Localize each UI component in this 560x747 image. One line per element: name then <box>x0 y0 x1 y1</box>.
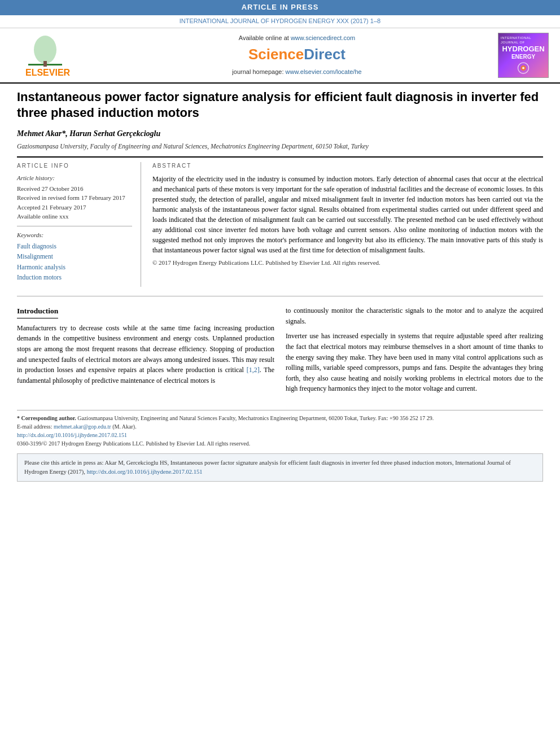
body-right-col: to continuously monitor the characterist… <box>286 305 543 399</box>
abstract-copyright: © 2017 Hydrogen Energy Publications LLC.… <box>152 259 543 268</box>
keywords-list: Fault diagnosis Misalignment Harmonic an… <box>17 241 132 283</box>
available-date: Available online xxx <box>17 212 132 221</box>
journal-cover-area: International Journal of HYDROGEN ENERGY <box>481 33 549 78</box>
received-revised-date: Received in revised form 17 February 201… <box>17 193 132 203</box>
keyword-2: Misalignment <box>17 251 132 261</box>
footnote-doi-link[interactable]: http://dx.doi.org/10.1016/j.ijhydene.201… <box>17 432 127 438</box>
body-columns: Introduction Manufacturers try to decrea… <box>17 305 543 399</box>
citation-box: Please cite this article in press as: Ak… <box>17 453 543 482</box>
elsevier-logo-icon: ELSEVIER <box>23 33 102 78</box>
abstract-divider <box>17 296 543 296</box>
introduction-heading: Introduction <box>17 305 58 318</box>
info-abstract-row: ARTICLE INFO Article history: Received 2… <box>17 162 543 287</box>
sciencedirect-url[interactable]: www.sciencedirect.com <box>291 34 355 41</box>
title-divider <box>17 156 543 158</box>
history-subhead: Article history: <box>17 174 132 183</box>
sciencedirect-logo: ScienceDirect <box>119 44 475 65</box>
citation-1: [1,2] <box>247 366 260 374</box>
journal-cover: International Journal of HYDROGEN ENERGY <box>498 33 549 78</box>
citation-doi-link[interactable]: http://dx.doi.org/10.1016/j.ijhydene.201… <box>87 469 203 475</box>
article-info-label: ARTICLE INFO <box>17 162 132 171</box>
footnote-corresponding: * Corresponding author. Gaziosmanpasa Un… <box>17 414 543 422</box>
intro-left-text: Manufacturers try to decrease costs whil… <box>17 323 274 386</box>
info-divider <box>17 226 132 226</box>
footnote-email-link[interactable]: mehmet.akar@gop.edu.tr <box>54 423 111 430</box>
journal-cover-graphic <box>512 62 535 75</box>
journal-line: INTERNATIONAL JOURNAL OF HYDROGEN ENERGY… <box>0 15 560 28</box>
keywords-group: Keywords: Fault diagnosis Misalignment H… <box>17 231 132 283</box>
authors: Mehmet Akar*, Harun Serhat Gerçekcioglu <box>17 128 543 139</box>
journal-homepage-text: journal homepage: www.elsevier.com/locat… <box>119 68 475 77</box>
affiliation: Gaziosmanpasa University, Faculty of Eng… <box>17 142 543 151</box>
article-title: Instantaneous power factor signature ana… <box>17 89 543 121</box>
page-header: ELSEVIER Available online at www.science… <box>0 28 560 84</box>
abstract-text: Majority of the electricity used in the … <box>152 174 543 255</box>
body-left-col: Introduction Manufacturers try to decrea… <box>17 305 274 399</box>
keyword-4: Induction motors <box>17 272 132 282</box>
intro-right-text: to continuously monitor the characterist… <box>286 305 543 394</box>
accepted-date: Accepted 21 February 2017 <box>17 203 132 212</box>
footnote-section: * Corresponding author. Gaziosmanpasa Un… <box>17 410 543 448</box>
keyword-1: Fault diagnosis <box>17 241 132 251</box>
footnote-doi: http://dx.doi.org/10.1016/j.ijhydene.201… <box>17 431 543 439</box>
svg-point-1 <box>34 36 56 64</box>
received-date: Received 27 October 2016 <box>17 184 132 194</box>
article-info-column: ARTICLE INFO Article history: Received 2… <box>17 162 141 287</box>
article-in-press-banner: ARTICLE IN PRESS <box>0 0 560 15</box>
svg-text:ELSEVIER: ELSEVIER <box>25 68 71 77</box>
svg-rect-2 <box>43 61 47 67</box>
main-content: Instantaneous power factor signature ana… <box>0 84 560 487</box>
abstract-label: ABSTRACT <box>152 162 543 171</box>
footnote-email: E-mail address: mehmet.akar@gop.edu.tr (… <box>17 422 543 431</box>
header-center: Available online at www.sciencedirect.co… <box>113 34 481 77</box>
svg-point-6 <box>522 67 524 69</box>
footnote-issn: 0360-3199/© 2017 Hydrogen Energy Publica… <box>17 439 543 448</box>
journal-homepage-url[interactable]: www.elsevier.com/locate/he <box>286 68 362 75</box>
keyword-3: Harmonic analysis <box>17 262 132 272</box>
keywords-label: Keywords: <box>17 231 132 240</box>
article-history: Article history: Received 27 October 201… <box>17 174 132 221</box>
abstract-column: ABSTRACT Majority of the electricity use… <box>152 162 543 287</box>
elsevier-logo-area: ELSEVIER <box>11 33 113 78</box>
available-online-text: Available online at www.sciencedirect.co… <box>119 34 475 43</box>
